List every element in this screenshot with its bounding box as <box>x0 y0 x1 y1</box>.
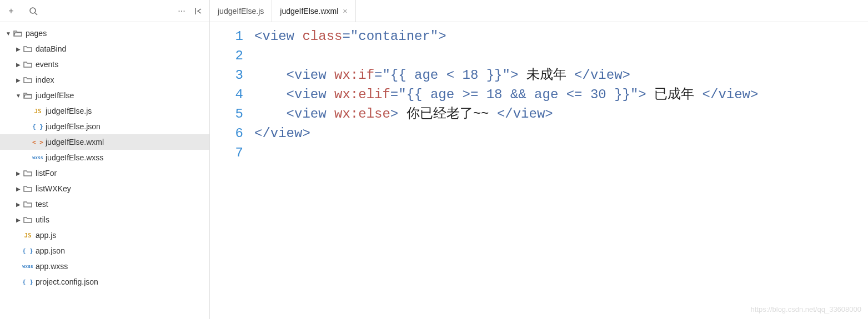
tree-item[interactable]: < >judgeIfElse.wxml <box>0 134 209 150</box>
tree-label: dataBind <box>33 44 66 53</box>
tree-label: index <box>33 75 54 84</box>
line-number: 2 <box>210 46 243 65</box>
tree-label: judgeIfElse.json <box>43 122 101 131</box>
tree-item[interactable]: utils <box>0 212 209 227</box>
tab-label: judgeIfElse.wxml <box>280 7 338 16</box>
tree-label: judgeIfElse.wxss <box>43 153 103 162</box>
svg-point-0 <box>30 8 36 13</box>
add-file-button[interactable]: + <box>6 6 17 17</box>
code-line[interactable]: </view> <box>254 124 868 143</box>
tab-label: judgeIfElse.js <box>218 7 264 16</box>
tree-item[interactable]: listFor <box>0 165 209 181</box>
tree-item[interactable]: { }judgeIfElse.json <box>0 119 209 134</box>
tree-item[interactable]: index <box>0 72 209 88</box>
tree-item[interactable]: events <box>0 57 209 72</box>
code-content[interactable]: <view class="container"> <view wx:if="{{… <box>254 27 868 319</box>
line-number: 6 <box>210 124 243 143</box>
tree-item[interactable]: judgeIfElse <box>0 88 209 103</box>
tree-label: app.wxss <box>33 262 68 271</box>
line-number: 1 <box>210 27 243 46</box>
svg-line-1 <box>35 13 37 15</box>
line-number: 7 <box>210 143 243 163</box>
code-line[interactable]: <view wx:elif="{{ age >= 18 && age <= 30… <box>254 85 868 104</box>
file-tree[interactable]: pagesdataBindeventsindexjudgeIfElseJSjud… <box>0 22 210 319</box>
code-line[interactable]: <view wx:if="{{ age < 18 }}"> 未成年 </view… <box>254 65 868 85</box>
code-line[interactable]: <view wx:else> 你已经老了~~ </view> <box>254 104 868 124</box>
tree-item[interactable]: listWXKey <box>0 181 209 196</box>
tree-item[interactable]: { }app.json <box>0 243 209 259</box>
tree-item[interactable]: wxssjudgeIfElse.wxss <box>0 150 209 165</box>
tree-label: listFor <box>33 169 57 178</box>
tree-label: pages <box>23 29 47 38</box>
topbar: + ··· judgeIfElse.js judgeIfElse.wxml × <box>0 0 868 22</box>
tree-label: listWXKey <box>33 184 71 193</box>
tree-label: project.config.json <box>33 277 98 286</box>
tree-label: utils <box>33 215 49 224</box>
code-line[interactable]: <view class="container"> <box>254 27 868 46</box>
close-icon[interactable]: × <box>343 7 347 16</box>
tree-item[interactable]: JSjudgeIfElse.js <box>0 103 209 119</box>
tab-judgeifelse-js[interactable]: judgeIfElse.js <box>210 0 272 22</box>
tree-label: events <box>33 60 58 69</box>
sidebar-toolbar: + ··· <box>0 0 210 22</box>
line-number: 5 <box>210 104 243 124</box>
tree-item[interactable]: { }project.config.json <box>0 274 209 290</box>
tree-label: judgeIfElse <box>33 91 74 100</box>
tree-label: judgeIfElse.wxml <box>43 138 104 146</box>
main: pagesdataBindeventsindexjudgeIfElseJSjud… <box>0 22 868 319</box>
tree-label: test <box>33 200 48 209</box>
tree-item[interactable]: pages <box>0 26 209 41</box>
tree-label: judgeIfElse.js <box>43 107 92 115</box>
line-number: 4 <box>210 85 243 104</box>
tree-item[interactable]: dataBind <box>0 41 209 57</box>
tree-label: app.json <box>33 246 65 255</box>
tree-item[interactable]: wxssapp.wxss <box>0 259 209 274</box>
tab-bar: judgeIfElse.js judgeIfElse.wxml × <box>210 0 356 22</box>
code-editor[interactable]: 1234567 <view class="container"> <view w… <box>210 22 868 319</box>
tree-item[interactable]: test <box>0 196 209 212</box>
line-gutter: 1234567 <box>210 27 254 319</box>
tree-item[interactable]: JSapp.js <box>0 227 209 243</box>
more-button[interactable]: ··· <box>176 6 187 17</box>
collapse-sidebar-button[interactable] <box>193 6 204 17</box>
tab-judgeifelse-wxml[interactable]: judgeIfElse.wxml × <box>272 0 355 22</box>
line-number: 3 <box>210 65 243 85</box>
search-button[interactable] <box>28 6 39 17</box>
code-line[interactable] <box>254 143 868 163</box>
tree-label: app.js <box>33 231 56 240</box>
code-line[interactable] <box>254 46 868 65</box>
